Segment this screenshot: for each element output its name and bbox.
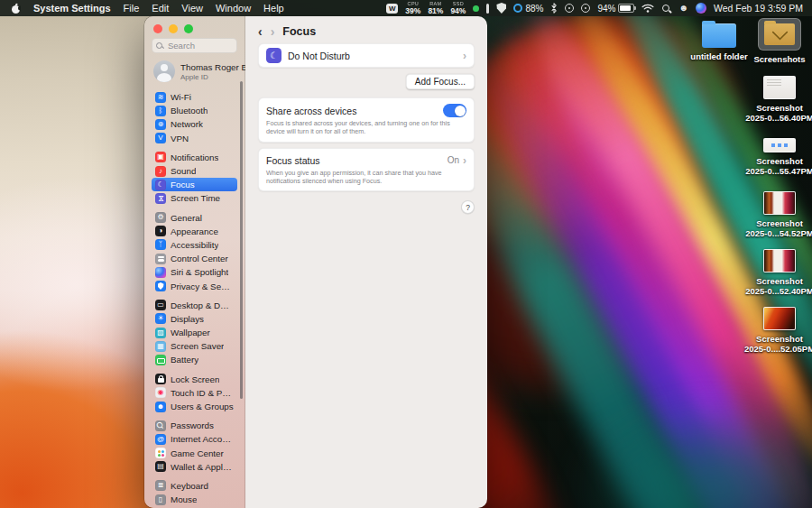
sidebar-item-label: Wi-Fi [171,92,191,102]
sidebar-item-screen-saver[interactable]: ▦Screen Saver [152,339,237,353]
sidebar-item-label: Notifications [171,152,218,162]
sidebar-item-displays[interactable]: ☀Displays [152,312,237,326]
search-icon[interactable] [661,4,671,14]
sidebar-item-wifi[interactable]: ≋Wi-Fi [152,90,237,104]
desktop-file-screenshot[interactable]: Screenshot2025-0....52.05PM [740,307,812,354]
icon-glyph: ⚙ [157,214,163,221]
sidebar-item-network[interactable]: ⊕Network [152,117,237,131]
circle-utility-icon[interactable] [581,4,590,13]
desktop-folder-untitled[interactable]: untitled folder [683,23,755,61]
sidebar-item-game-center[interactable]: Game Center [152,447,237,460]
stat-label: CPU [408,2,420,7]
desktop-icon-label: untitled folder [690,51,747,61]
sidebar-item-focus[interactable]: ☾Focus [152,178,237,191]
sidebar-item-battery[interactable]: Battery [152,353,237,366]
sidebar-item-touch-id[interactable]: ◉Touch ID & Password [152,386,237,400]
share-across-devices-card: Share across devices Focus is shared acr… [258,97,475,143]
desktop-icon-label: Screenshot2025-0...54.52PM [745,218,812,238]
stat-ssd[interactable]: SSD94% [450,2,466,15]
zoom-button[interactable] [184,24,193,33]
sidebar-item-bluetooth[interactable]: ᛒBluetooth [152,104,237,117]
keycap-w-icon[interactable]: W [386,4,398,14]
apple-menu-icon[interactable] [11,3,21,14]
share-toggle[interactable] [443,104,466,117]
sidebar-item-passwords[interactable]: ϘPasswords [152,419,237,432]
menu-edit[interactable]: Edit [152,3,169,14]
file-name-line2: 2025-0...52.40PM [745,286,812,296]
ring-battery-value: 88% [525,4,543,14]
user-icon[interactable]: ☻ [678,4,688,13]
users-groups-icon: ☻ [155,402,166,412]
close-button[interactable] [153,24,162,33]
sidebar-item-mouse[interactable]: ▯Mouse [152,493,237,506]
desktop-icon-label: Screenshot2025-0...56.40PM [745,103,812,123]
sidebar-search[interactable] [152,38,237,53]
menu-help[interactable]: Help [263,3,284,14]
bluetooth-icon[interactable] [550,3,558,14]
sidebar-scrollbar[interactable] [240,81,243,399]
add-focus-button[interactable]: Add Focus... [406,74,475,89]
do-not-disturb-row[interactable]: ☾ Do Not Disturb › [258,43,475,68]
focus-pane: ‹ › Focus ☾ Do Not Disturb › Add Focus..… [245,16,487,508]
sidebar-item-notifications[interactable]: ▣Notifications [152,151,237,164]
sidebar-item-wallpaper[interactable]: ▨Wallpaper [152,326,237,339]
menu-view[interactable]: View [181,3,203,14]
help-button[interactable]: ? [461,200,475,214]
clock-utility-icon[interactable] [565,4,574,13]
active-app-name[interactable]: System Settings [33,3,111,14]
wifi-icon[interactable] [641,4,654,13]
desktop-file-screenshot[interactable]: Screenshot2025-0...54.52PM [740,191,812,238]
shield-icon[interactable] [496,3,506,14]
stat-cpu[interactable]: CPU39% [405,2,420,15]
back-button[interactable]: ‹ [258,25,263,38]
sidebar-item-general[interactable]: ⚙General [152,211,237,225]
sidebar-item-wallet[interactable]: ▤Wallet & Apple Pay [152,460,237,474]
sidebar-item-sound[interactable]: ♪Sound [152,164,237,178]
sidebar-item-privacy-security[interactable]: Privacy & Security [152,279,237,292]
sidebar-item-siri-spotlight[interactable]: Siri & Spotlight [152,265,237,279]
focus-status-row[interactable]: Focus status On › When you give an app p… [258,148,475,192]
search-input[interactable] [166,40,233,51]
minimize-button[interactable] [169,24,178,33]
device-battery-ring[interactable]: 88% [513,4,543,14]
menu-file[interactable]: File [124,3,140,14]
sidebar-item-label: Bluetooth [171,106,208,115]
sidebar-item-label: Displays [171,314,204,324]
siri-icon[interactable] [696,3,706,14]
icon-glyph: ◑ [159,227,163,235]
desktop-file-screenshot[interactable]: Screenshot2025-0...55.47PM [740,134,812,176]
forward-button[interactable]: › [271,25,275,38]
appearance-icon: ◑ [155,226,166,236]
green-dot-icon[interactable] [473,5,479,12]
desktop-file-screenshot[interactable]: Screenshot2025-0...56.40PM [740,76,812,123]
sidebar-item-lock-screen[interactable]: Lock Screen [152,373,237,386]
desktop-file-screenshot[interactable]: Screenshot2025-0...52.40PM [740,249,812,296]
icon-glyph: ▯ [159,496,162,503]
sidebar-item-desktop-dock[interactable]: ▭Desktop & Dock [152,299,237,312]
wallet-icon: ▤ [155,461,166,472]
sidebar-item-label: Focus [171,180,195,189]
sidebar-item-users-groups[interactable]: ☻Users & Groups [152,400,237,413]
sidebar-item-label: Screen Saver [171,341,224,351]
desktop-stack-screenshots[interactable]: Screenshots [745,18,812,64]
sidebar-item-screen-time[interactable]: ⋈Screen Time [152,191,237,205]
sidebar-item-appearance[interactable]: ◑Appearance [152,225,237,238]
sidebar-item-accessibility[interactable]: ᛉAccessibility [152,238,237,252]
notifications-icon: ▣ [155,152,166,162]
displays-icon: ☀ [155,313,166,324]
desktop-dock-icon: ▭ [155,300,166,310]
apple-id-profile[interactable]: Thomas Roger Bal... Apple ID [152,59,237,84]
sidebar-nav: ≋Wi-FiᛒBluetooth⊕NetworkVVPN▣Notificatio… [152,90,237,508]
sidebar-item-internet-accounts[interactable]: @Internet Accounts [152,432,237,446]
sidebar-item-keyboard[interactable]: ≣Keyboard [152,479,237,493]
sidebar-item-label: Users & Groups [171,402,234,411]
stat-value: 81% [428,7,443,15]
menu-window[interactable]: Window [216,3,251,14]
sidebar-item-control-center[interactable]: Control Center [152,252,237,265]
file-name-line1: Screenshot [744,334,812,344]
utility-icon[interactable] [486,4,489,14]
battery-indicator[interactable]: 94% [597,4,634,14]
menu-bar-clock[interactable]: Wed Feb 19 3:59 PM [714,3,803,14]
stat-ram[interactable]: RAM81% [428,2,443,15]
sidebar-item-vpn[interactable]: VVPN [152,132,237,145]
